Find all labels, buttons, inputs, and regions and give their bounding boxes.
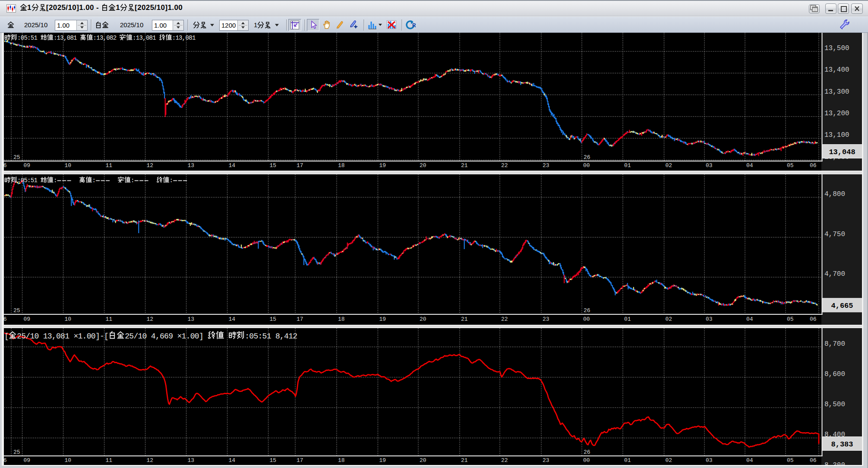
svg-text:13: 13 [188,457,195,464]
svg-text:25: 25 [13,449,20,455]
svg-text:13,500: 13,500 [824,44,849,52]
svg-text::13,082: :13,082 [93,35,117,41]
svg-text::13,081: :13,081 [133,35,156,41]
svg-text:19: 19 [379,316,386,323]
svg-text::: : [92,177,95,184]
svg-text::13,081: :13,081 [172,35,196,41]
svg-text:11: 11 [106,162,113,169]
svg-text:11: 11 [106,457,113,464]
svg-text:02: 02 [666,162,672,169]
svg-text:04: 04 [746,316,753,323]
svg-text:19: 19 [379,457,386,464]
svg-text:06: 06 [810,457,817,464]
svg-text:13,100: 13,100 [824,131,849,139]
svg-text:09: 09 [24,316,31,323]
svg-text:26: 26 [584,449,590,455]
svg-text:[: [ [4,332,9,341]
svg-text:×: × [177,332,181,341]
svg-text:05: 05 [787,457,794,464]
svg-text:03: 03 [706,316,713,323]
svg-text:4,700: 4,700 [824,270,845,278]
svg-text:21: 21 [461,162,468,169]
svg-text:18: 18 [338,316,345,323]
svg-text:17: 17 [297,457,303,464]
svg-text:13: 13 [188,316,195,323]
svg-text:12: 12 [147,316,154,323]
svg-text:13,048: 13,048 [829,148,855,156]
svg-text:18: 18 [338,162,345,169]
svg-text:1.00]-[: 1.00]-[ [78,332,109,341]
svg-text:06: 06 [810,316,817,323]
svg-text:05: 05 [787,316,794,323]
svg-text:04: 04 [746,162,753,169]
svg-text:15: 15 [270,457,277,464]
svg-text:10: 10 [65,316,72,323]
svg-text:01: 01 [624,162,631,169]
svg-text:14: 14 [229,457,236,464]
svg-text:04: 04 [746,457,753,464]
svg-text:02: 02 [666,457,672,464]
svg-text::05:51 8,412: :05:51 8,412 [245,332,297,341]
svg-text:15: 15 [270,316,277,323]
svg-text:21: 21 [461,316,468,323]
svg-text:23: 23 [543,316,549,323]
svg-text:17: 17 [297,162,303,169]
svg-text:09: 09 [24,457,31,464]
svg-text:8,700: 8,700 [824,340,845,348]
svg-text:02: 02 [666,316,672,323]
svg-text:05: 05 [787,162,794,169]
svg-text:01: 01 [624,457,631,464]
svg-text:11: 11 [106,316,113,323]
svg-text:09: 09 [24,162,31,169]
svg-text:22: 22 [501,316,508,323]
svg-text:20: 20 [420,316,426,323]
svg-text:22: 22 [501,162,508,169]
svg-text:×: × [73,332,78,341]
svg-text:01: 01 [624,316,631,323]
svg-text:10: 10 [65,457,72,464]
svg-text:00: 00 [583,162,590,169]
svg-text:8,500: 8,500 [824,401,845,408]
svg-text:26: 26 [584,154,590,161]
svg-text:25/10 4,669: 25/10 4,669 [125,332,173,341]
svg-text:06: 06 [810,162,817,169]
svg-text:25: 25 [13,154,20,161]
svg-text::: : [54,177,57,184]
svg-text::: : [170,177,173,184]
svg-text:20: 20 [420,457,426,464]
svg-text:17: 17 [297,316,303,323]
svg-text:13,300: 13,300 [824,88,849,96]
svg-text:20: 20 [420,162,426,169]
svg-text:12: 12 [147,457,154,464]
svg-text:4,750: 4,750 [824,231,845,238]
svg-text::05:51: :05:51 [17,35,38,41]
svg-text:25/10 13,081: 25/10 13,081 [17,332,69,341]
svg-text:13: 13 [188,162,195,169]
svg-text:10: 10 [65,162,72,169]
svg-text:23: 23 [543,162,549,169]
svg-text:14: 14 [229,162,236,169]
svg-text:23: 23 [543,457,549,464]
svg-text:1.00]: 1.00] [182,332,204,341]
svg-text:13,200: 13,200 [824,110,849,117]
svg-text:4,800: 4,800 [824,190,845,198]
svg-text:21: 21 [461,457,468,464]
svg-text:22: 22 [501,457,508,464]
svg-text:8,600: 8,600 [824,370,845,378]
svg-text:15: 15 [270,162,277,169]
svg-text:4,665: 4,665 [831,302,853,310]
svg-text::: : [131,177,134,184]
svg-text:12: 12 [147,162,154,169]
svg-text:19: 19 [379,162,386,169]
svg-text:00: 00 [583,316,590,323]
svg-text::05:51: :05:51 [17,177,38,184]
svg-text:14: 14 [229,316,236,323]
svg-text:13,400: 13,400 [824,66,849,74]
svg-text:00: 00 [583,457,590,464]
svg-text:25: 25 [13,307,20,314]
svg-text:03: 03 [706,162,713,169]
svg-text::13,081: :13,081 [54,35,77,41]
svg-text:26: 26 [584,307,590,314]
svg-text:18: 18 [338,457,345,464]
svg-text:03: 03 [706,457,713,464]
